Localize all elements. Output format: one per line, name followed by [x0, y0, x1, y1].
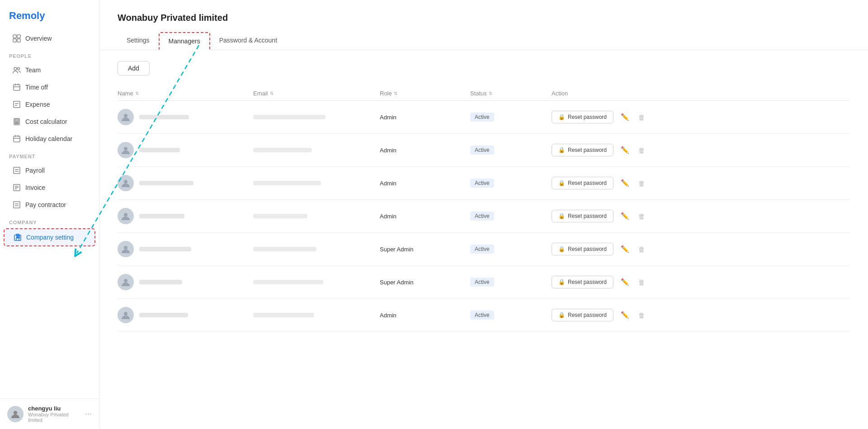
svg-point-12: [15, 122, 16, 123]
add-button[interactable]: Add: [118, 61, 150, 75]
tab-bar: Settings Mannagers Password & Account: [118, 32, 850, 50]
svg-rect-3: [17, 39, 20, 42]
reset-password-button[interactable]: 🔒 Reset password: [552, 243, 613, 255]
edit-icon[interactable]: ✏️: [619, 177, 631, 189]
name-blurred: [139, 313, 188, 317]
tab-settings[interactable]: Settings: [118, 32, 159, 50]
delete-icon[interactable]: 🗑: [637, 112, 647, 123]
overview-label: Overview: [25, 35, 52, 42]
status-cell: Active: [470, 311, 552, 320]
delete-icon[interactable]: 🗑: [637, 211, 647, 222]
sidebar-item-holiday-calendar[interactable]: Holiday calendar: [4, 131, 95, 147]
more-options-button[interactable]: ···: [85, 409, 92, 419]
tab-managers[interactable]: Mannagers: [159, 32, 210, 50]
edit-icon[interactable]: ✏️: [619, 210, 631, 222]
lock-icon: 🔒: [558, 312, 565, 318]
svg-point-37: [124, 180, 127, 184]
holiday-cal-icon: [13, 135, 21, 143]
svg-point-4: [14, 67, 17, 70]
name-cell: [118, 109, 253, 125]
name-cell: [118, 208, 253, 224]
sidebar-item-pay-contractor[interactable]: Pay contractor: [4, 197, 95, 213]
status-cell: Active: [470, 146, 552, 155]
svg-point-35: [124, 114, 127, 118]
main-content: Wonabuy Privated limited Settings Mannag…: [99, 0, 868, 429]
reset-password-button[interactable]: 🔒 Reset password: [552, 144, 613, 156]
email-cell: [253, 313, 380, 317]
row-avatar: [118, 142, 134, 158]
row-avatar: [118, 274, 134, 290]
delete-icon[interactable]: 🗑: [637, 145, 647, 156]
company-setting-label: Company setting: [26, 234, 74, 241]
svg-rect-6: [14, 85, 20, 90]
sidebar-item-team[interactable]: Team: [4, 62, 95, 78]
action-cell: 🔒 Reset password ✏️ 🗑: [552, 243, 850, 255]
overview-icon: [13, 34, 21, 42]
sidebar-item-cost-calculator[interactable]: Cost calculator: [4, 113, 95, 130]
svg-point-40: [124, 279, 127, 283]
team-label: Team: [25, 66, 41, 74]
company-section-label: COMPANY: [0, 213, 99, 228]
user-name: chengyu liu: [28, 405, 80, 412]
reset-password-button[interactable]: 🔒 Reset password: [552, 177, 613, 189]
name-blurred: [139, 115, 189, 119]
svg-point-41: [124, 312, 127, 316]
action-cell: 🔒 Reset password ✏️ 🗑: [552, 210, 850, 222]
delete-icon[interactable]: 🗑: [637, 310, 647, 321]
reset-password-button[interactable]: 🔒 Reset password: [552, 309, 613, 321]
role-sort-icon[interactable]: ⇅: [394, 91, 397, 96]
email-blurred: [253, 181, 321, 185]
name-cell: [118, 274, 253, 290]
status-cell: Active: [470, 113, 552, 122]
svg-point-15: [15, 123, 16, 124]
svg-point-38: [124, 213, 127, 217]
email-blurred: [253, 313, 314, 317]
user-company: Wonabuy Privated limited: [28, 412, 80, 423]
sidebar-item-expense[interactable]: Expense: [4, 96, 95, 113]
role-cell: Admin: [380, 180, 470, 187]
email-cell: [253, 247, 380, 251]
svg-point-16: [16, 123, 17, 124]
name-sort-icon[interactable]: ⇅: [135, 91, 139, 96]
page-title: Wonabuy Privated limited: [118, 13, 850, 23]
edit-icon[interactable]: ✏️: [619, 144, 631, 156]
email-sort-icon[interactable]: ⇅: [270, 91, 274, 96]
user-info: chengyu liu Wonabuy Privated limited: [28, 405, 80, 423]
table-row: Admin Active 🔒 Reset password ✏️ 🗑: [118, 167, 850, 200]
action-cell: 🔒 Reset password ✏️ 🗑: [552, 309, 850, 321]
sidebar-item-overview[interactable]: Overview: [4, 30, 95, 47]
delete-icon[interactable]: 🗑: [637, 277, 647, 288]
edit-icon[interactable]: ✏️: [619, 276, 631, 288]
edit-icon[interactable]: ✏️: [619, 243, 631, 255]
name-blurred: [139, 148, 180, 152]
delete-icon[interactable]: 🗑: [637, 244, 647, 255]
svg-point-17: [18, 123, 19, 124]
table-row: Super Admin Active 🔒 Reset password ✏️ 🗑: [118, 266, 850, 299]
sidebar-item-company-setting[interactable]: Company setting: [4, 228, 95, 246]
timeoff-icon: [13, 83, 21, 91]
sidebar-item-invoice[interactable]: Invoice: [4, 179, 95, 196]
email-blurred: [253, 148, 312, 152]
status-badge: Active: [470, 212, 494, 221]
role-cell: Super Admin: [380, 279, 470, 286]
table-row: Admin Active 🔒 Reset password ✏️ 🗑: [118, 200, 850, 233]
table-body: Admin Active 🔒 Reset password ✏️ 🗑 Admin…: [118, 101, 850, 332]
delete-icon[interactable]: 🗑: [637, 178, 647, 189]
edit-icon[interactable]: ✏️: [619, 309, 631, 321]
tab-password-account[interactable]: Password & Account: [210, 32, 286, 50]
reset-password-button[interactable]: 🔒 Reset password: [552, 276, 613, 288]
sidebar-item-payroll[interactable]: Payroll: [4, 162, 95, 179]
lock-icon: 🔒: [558, 213, 565, 219]
edit-icon[interactable]: ✏️: [619, 111, 631, 123]
status-sort-icon[interactable]: ⇅: [489, 91, 492, 96]
sidebar-item-time-off[interactable]: Time off: [4, 79, 95, 95]
reset-password-button[interactable]: 🔒 Reset password: [552, 111, 613, 123]
svg-point-5: [18, 68, 20, 70]
contractor-label: Pay contractor: [25, 201, 66, 208]
table-row: Admin Active 🔒 Reset password ✏️ 🗑: [118, 134, 850, 167]
reset-password-button[interactable]: 🔒 Reset password: [552, 210, 613, 222]
row-avatar: [118, 307, 134, 323]
status-cell: Active: [470, 212, 552, 221]
cost-calc-label: Cost calculator: [25, 118, 67, 125]
name-blurred: [139, 214, 184, 218]
